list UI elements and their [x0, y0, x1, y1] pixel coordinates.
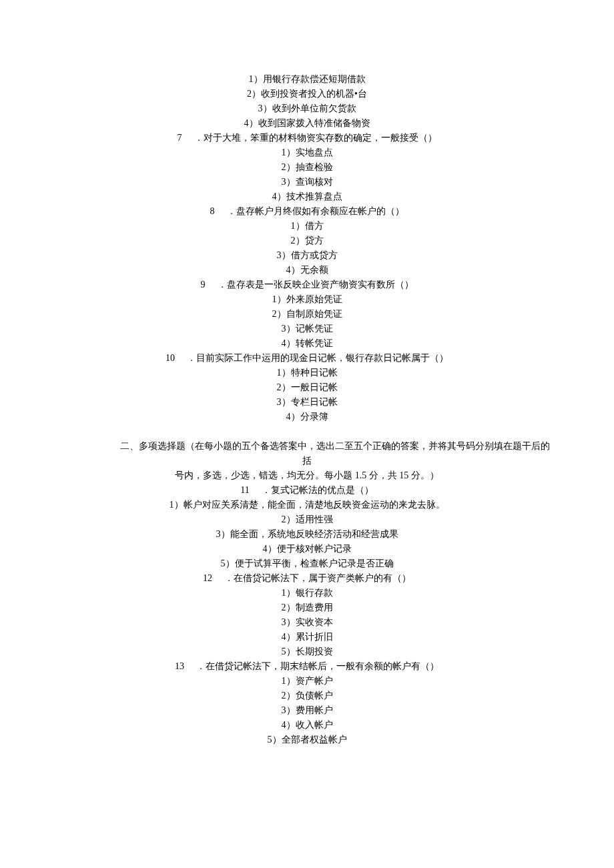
q9-option-1: 1）外来原始凭证: [0, 292, 614, 307]
q12-option-4: 4）累计折旧: [0, 630, 614, 644]
section2-title-line2: 括: [0, 454, 614, 468]
q10-option-3: 3）专栏日记帐: [0, 395, 614, 410]
q10-option-1: 1）特种日记帐: [0, 366, 614, 380]
q12-number: 12: [203, 571, 212, 586]
q11-option-2: 2）适用性强: [0, 512, 614, 527]
q12-option-2: 2）制造费用: [0, 600, 614, 615]
q7-option-1: 1）实地盘点: [0, 145, 614, 160]
section2-title-line1: 二、多项选择题（在每小题的五个备选答案中，选出二至五个正确的答案，并将其号码分别…: [0, 439, 614, 454]
q7-option-2: 2）抽查检验: [0, 160, 614, 175]
q7-option-3: 3）查询核对: [0, 175, 614, 189]
q9-option-2: 2）自制原始凭证: [0, 307, 614, 322]
q13-stem: 13 ．在借贷记帐法下，期末结帐后，一般有余额的帐户有（）: [0, 659, 614, 674]
q8-option-3: 3）借方或贷方: [0, 248, 614, 263]
q10-option-2: 2）一般日记帐: [0, 380, 614, 395]
q13-text: ．在借贷记帐法下，期末结帐后，一般有余额的帐户有（）: [196, 659, 439, 674]
q10-text: ．目前实际工作中运用的现金日记帐，银行存款日记帐属于（）: [187, 351, 448, 366]
q13-number: 13: [175, 659, 184, 674]
section2-instruction: 号内，多选，少选，错选，均无分。每小题 1.5 分，共 15 分。）: [0, 468, 614, 483]
q8-option-2: 2）贷方: [0, 234, 614, 248]
q11-stem: 11 ．复式记帐法的优点是（）: [0, 483, 614, 498]
q12-stem: 12 ．在借贷记帐法下，属于资产类帐户的有（）: [0, 571, 614, 586]
q13-option-1: 1）资产帐户: [0, 674, 614, 689]
q8-option-1: 1）借方: [0, 219, 614, 234]
q12-option-3: 3）实收资本: [0, 615, 614, 630]
q9-option-3: 3）记帐凭证: [0, 322, 614, 336]
q11-option-1: 1）帐户对应关系清楚，能全面，清楚地反映资金运动的来龙去脉。: [0, 498, 614, 512]
q8-option-4: 4）无余额: [0, 263, 614, 278]
q6-option-2: 2）收到投资者投入的机器•台: [0, 87, 614, 101]
q13-option-5: 5）全部者权益帐户: [0, 733, 614, 747]
q12-option-1: 1）银行存款: [0, 586, 614, 600]
q9-number: 9: [201, 278, 206, 292]
q9-option-4: 4）转帐凭证: [0, 336, 614, 351]
q11-option-4: 4）便于核对帐户记录: [0, 542, 614, 556]
q6-option-1: 1）用银行存款偿还短期借款: [0, 72, 614, 87]
q13-option-2: 2）负债帐户: [0, 689, 614, 703]
q11-option-5: 5）便于试算平衡，检查帐户记录是否正确: [0, 556, 614, 571]
q9-stem: 9 ．盘存表是一张反映企业资产物资实有数所（）: [0, 278, 614, 292]
q7-text: ．对于大堆，笨重的材料物资实存数的确定，一般接受（）: [194, 131, 437, 145]
q12-text: ．在借贷记帐法下，属于资产类帐户的有（）: [224, 571, 411, 586]
q11-number: 11: [240, 483, 249, 498]
q13-option-3: 3）费用帐户: [0, 703, 614, 718]
q10-option-4: 4）分录簿: [0, 410, 614, 424]
q11-text: ．复式记帐法的优点是（）: [262, 483, 374, 498]
q7-stem: 7 ．对于大堆，笨重的材料物资实存数的确定，一般接受（）: [0, 131, 614, 145]
q6-option-3: 3）收到外单位前欠货款: [0, 101, 614, 116]
q8-text: ．盘存帐户月终假如有余额应在帐户的（）: [227, 204, 404, 219]
q13-option-4: 4）收入帐户: [0, 718, 614, 733]
q10-number: 10: [166, 351, 175, 366]
q6-option-4: 4）收到国家拨入特准储备物资: [0, 116, 614, 131]
q10-stem: 10 ．目前实际工作中运用的现金日记帐，银行存款日记帐属于（）: [0, 351, 614, 366]
q12-option-5: 5）长期投资: [0, 644, 614, 659]
q8-stem: 8 ．盘存帐户月终假如有余额应在帐户的（）: [0, 204, 614, 219]
section-spacer: [0, 424, 614, 439]
q9-text: ．盘存表是一张反映企业资产物资实有数所（）: [218, 278, 414, 292]
q8-number: 8: [210, 204, 215, 219]
q11-option-3: 3）能全面，系统地反映经济活动和经营成果: [0, 527, 614, 542]
q7-number: 7: [178, 131, 182, 145]
q7-option-4: 4）技术推算盘点: [0, 189, 614, 204]
